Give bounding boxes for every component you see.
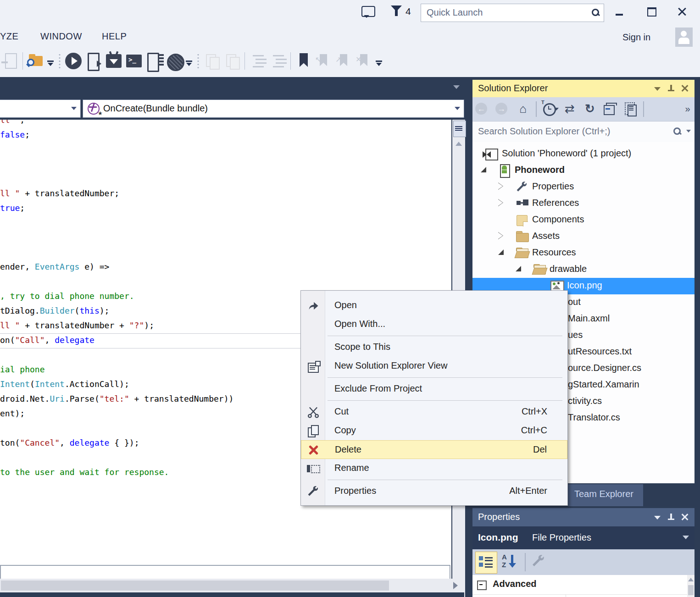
- expander-closed-icon[interactable]: [498, 232, 503, 239]
- outdent-disabled-icon[interactable]: [268, 50, 288, 72]
- paste-disabled-icon[interactable]: [222, 50, 242, 72]
- tree-item-solution-phoneword-1-project-[interactable]: Solution 'Phoneword' (1 project): [472, 146, 694, 162]
- indent-disabled-icon[interactable]: [248, 50, 267, 72]
- toolbar-overflow-icon[interactable]: »: [681, 99, 694, 120]
- pending-changes-filter-icon[interactable]: T: [539, 99, 560, 120]
- feedback-icon[interactable]: [361, 6, 375, 17]
- run-icon[interactable]: [64, 50, 83, 72]
- copy-disabled-icon[interactable]: [202, 50, 222, 72]
- sync-selection-icon[interactable]: ⇄: [560, 99, 580, 120]
- search-options-chevron-icon[interactable]: [686, 130, 691, 133]
- toolbar-options-chevron-icon[interactable]: [375, 50, 384, 72]
- close-button[interactable]: [673, 5, 692, 20]
- toolbar-grip[interactable]: [56, 50, 63, 72]
- split-editor-handle[interactable]: [453, 121, 466, 137]
- menu-item-exclude-from-project[interactable]: Exclude From Project: [301, 380, 567, 398]
- member-combo[interactable]: ★ OnCreate(Bundle bundle): [83, 100, 464, 118]
- tree-item-references[interactable]: References: [472, 195, 694, 212]
- tree-item-label-partial: gStarted.Xamarin: [568, 379, 639, 390]
- find-in-folder-icon[interactable]: [26, 50, 45, 72]
- menu-item-properties[interactable]: PropertiesAlt+Enter: [301, 482, 567, 501]
- scroll-right-arrow-icon[interactable]: [453, 582, 458, 589]
- collapse-all-icon[interactable]: [600, 99, 620, 120]
- minimize-button[interactable]: [611, 5, 629, 20]
- properties-grid: Advanced: [472, 575, 694, 597]
- menu-item-shortcut: Ctrl+X: [522, 406, 547, 417]
- sign-in-link[interactable]: Sign in: [622, 32, 650, 43]
- terminal-icon[interactable]: >_: [124, 50, 144, 72]
- toolbar-options-chevron-icon[interactable]: [185, 50, 194, 72]
- toolbar-separator: [640, 99, 647, 120]
- tree-item-phoneword[interactable]: Phoneword: [472, 162, 694, 179]
- expander-open-icon[interactable]: [498, 249, 504, 255]
- solution-explorer-title-bar[interactable]: Solution Explorer: [472, 80, 694, 97]
- expander-open-icon[interactable]: [481, 167, 486, 172]
- tree-item-properties[interactable]: Properties: [472, 179, 694, 195]
- expander-closed-icon[interactable]: [498, 199, 503, 206]
- quick-launch-input[interactable]: Quick Launch: [421, 4, 604, 22]
- toolbar-grip[interactable]: [195, 50, 201, 72]
- menu-item-open-with-[interactable]: Open With...: [301, 315, 567, 334]
- menu-item-cut[interactable]: CutCtrl+X: [301, 403, 567, 421]
- user-avatar-icon[interactable]: [675, 28, 693, 47]
- close-panel-icon[interactable]: [681, 513, 689, 521]
- menu-item-rename[interactable]: Rename: [301, 459, 567, 478]
- horizontal-scroll-thumb[interactable]: [1, 580, 389, 591]
- window-position-chevron-icon[interactable]: [654, 87, 661, 91]
- alphabetical-sort-button[interactable]: AZ: [500, 553, 520, 572]
- menu-analyze-partial[interactable]: YZE: [0, 31, 18, 42]
- tree-item-assets[interactable]: Assets: [472, 228, 694, 245]
- home-icon[interactable]: ⌂: [513, 99, 533, 120]
- properties-panel: Properties Icon.png File Properties AZ A…: [472, 508, 694, 597]
- forward-disabled-icon: →: [493, 99, 513, 120]
- document-list-chevron-icon[interactable]: [453, 85, 460, 89]
- menu-item-open[interactable]: Open: [301, 296, 567, 315]
- scroll-up-arrow-icon[interactable]: [688, 578, 694, 581]
- menu-item-copy[interactable]: CopyCtrl+C: [301, 421, 567, 440]
- notifications-filter-icon[interactable]: [391, 6, 402, 17]
- expander-closed-icon[interactable]: [498, 182, 503, 190]
- tree-item-components[interactable]: Components: [472, 212, 694, 228]
- properties-scrollbar[interactable]: [687, 575, 694, 597]
- scroll-thumb[interactable]: [688, 585, 694, 595]
- import-disabled-icon[interactable]: [0, 50, 20, 72]
- toolbar-options-chevron-icon[interactable]: [46, 50, 56, 72]
- menu-item-new-solution-explorer-view[interactable]: New Solution Explorer View: [301, 357, 567, 376]
- maximize-button[interactable]: [643, 5, 661, 20]
- menu-window[interactable]: WINDOW: [40, 31, 82, 42]
- tree-item-resources[interactable]: Resources: [472, 245, 694, 261]
- solution-explorer-search[interactable]: Search Solution Explorer (Ctrl+;): [472, 121, 694, 143]
- pin-icon[interactable]: [667, 84, 675, 93]
- combo-chevron-icon[interactable]: [683, 536, 689, 539]
- tree-item-drawable[interactable]: drawable: [472, 261, 694, 278]
- categorized-view-button[interactable]: [475, 552, 497, 574]
- menu-item-scope-to-this[interactable]: Scope to This: [301, 338, 567, 357]
- android-install-icon[interactable]: [104, 50, 123, 72]
- show-all-files-icon[interactable]: [620, 99, 640, 120]
- properties-object-combo[interactable]: Icon.png File Properties: [472, 526, 694, 549]
- property-pages-button[interactable]: [531, 554, 548, 570]
- bookmark-clear-disabled-icon[interactable]: ✕: [355, 50, 374, 72]
- type-combo[interactable]: [0, 100, 81, 118]
- device-log-icon[interactable]: [144, 50, 164, 72]
- refresh-icon[interactable]: ↻: [580, 99, 600, 120]
- advanced-section-collapse-icon[interactable]: [477, 580, 487, 590]
- close-panel-icon[interactable]: [681, 84, 689, 93]
- properties-title-bar[interactable]: Properties: [472, 508, 694, 526]
- bookmark-icon[interactable]: [294, 50, 313, 72]
- window-position-chevron-icon[interactable]: [654, 516, 661, 520]
- deploy-device-icon[interactable]: [84, 50, 103, 72]
- bookmark-prev-disabled-icon[interactable]: ↖: [314, 50, 333, 72]
- tab-team-explorer[interactable]: Team Explorer: [568, 484, 643, 506]
- wrench-icon: [307, 485, 320, 498]
- tree-item-label: Properties: [532, 181, 574, 192]
- pin-icon[interactable]: [667, 513, 675, 522]
- bookmark-next-disabled-icon[interactable]: ↗: [334, 50, 354, 72]
- profiler-mesh-icon[interactable]: [165, 50, 184, 72]
- scroll-up-arrow-icon[interactable]: [456, 142, 462, 146]
- expander-open-icon[interactable]: [516, 266, 521, 271]
- menu-help[interactable]: HELP: [102, 31, 127, 42]
- editor-horizontal-scrollbar[interactable]: [0, 579, 464, 592]
- menu-item-delete[interactable]: DeleteDel: [301, 440, 567, 459]
- rename-icon: [307, 462, 320, 475]
